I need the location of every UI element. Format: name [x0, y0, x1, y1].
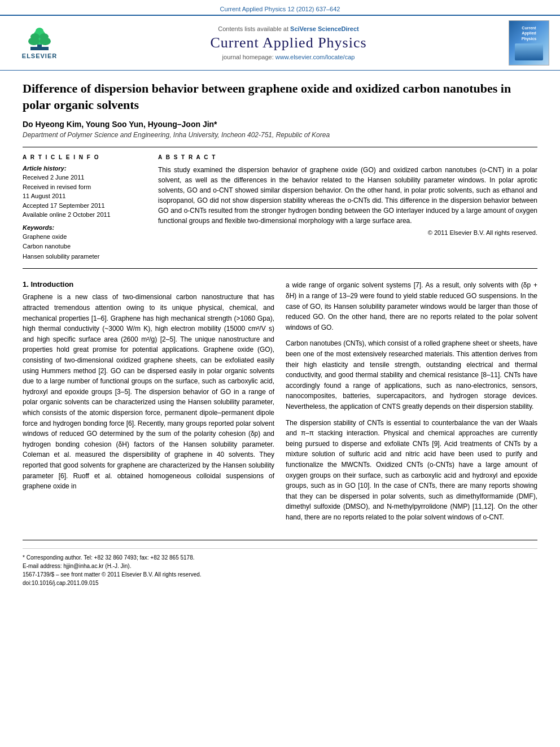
abstract-text: This study examined the dispersion behav…	[158, 165, 537, 226]
authors: Do Hyeong Kim, Young Soo Yun, Hyoung–Joo…	[23, 120, 537, 129]
copyright: © 2011 Elsevier B.V. All rights reserved…	[158, 229, 537, 236]
abstract-header: A B S T R A C T	[158, 154, 537, 160]
article-info: A R T I C L E I N F O Article history: R…	[23, 154, 147, 261]
keyword-2: Carbon nanotube	[23, 242, 147, 252]
main-content: Difference of dispersion behavior betwee…	[0, 71, 560, 599]
page: Current Applied Physics 12 (2012) 637–64…	[0, 0, 560, 747]
footer-footnote: * Corresponding author. Tel: +82 32 860 …	[23, 553, 537, 570]
header-right: CurrentAppliedPhysics	[504, 20, 554, 65]
info-abstract-section: A R T I C L E I N F O Article history: R…	[23, 147, 537, 269]
svg-rect-8	[30, 47, 49, 50]
journal-homepage: journal homepage: www.elsevier.com/locat…	[73, 54, 504, 60]
right-column: a wide range of organic solvent systems …	[286, 280, 537, 528]
footer-issn: 1567-1739/$ – see front matter © 2011 El…	[23, 570, 537, 587]
affiliation: Department of Polymer Science and Engine…	[23, 131, 537, 139]
intro-paragraph-4: The dispersion stability of CNTs is esse…	[286, 418, 537, 523]
sciverse-link[interactable]: SciVerse ScienceDirect	[290, 25, 359, 32]
svg-point-7	[36, 28, 43, 34]
footer: * Corresponding author. Tel: +82 32 860 …	[23, 540, 537, 587]
article-dates: Received 2 June 2011 Received in revised…	[23, 173, 147, 220]
article-title: Difference of dispersion behavior betwee…	[23, 81, 537, 113]
sciverse-line: Contents lists available at SciVerse Sci…	[73, 25, 504, 32]
journal-header: ELSEVIER Contents lists available at Sci…	[0, 15, 560, 71]
intro-paragraph-2: a wide range of organic solvent systems …	[286, 280, 537, 333]
intro-paragraph-3: Carbon nanotubes (CNTs), which consist o…	[286, 338, 537, 412]
svg-point-6	[40, 33, 49, 40]
homepage-link[interactable]: www.elsevier.com/locate/cap	[275, 54, 355, 60]
keywords-label: Keywords:	[23, 224, 147, 231]
elsevier-logo: ELSEVIER	[8, 23, 71, 63]
svg-point-5	[30, 33, 40, 40]
email-label: E-mail address:	[23, 563, 62, 569]
keyword-1: Graphene oxide	[23, 232, 147, 242]
article-info-header: A R T I C L E I N F O	[23, 154, 147, 160]
elsevier-tree-icon	[23, 27, 56, 51]
journal-cover-thumbnail: CurrentAppliedPhysics	[509, 20, 549, 65]
intro-paragraph-1: Graphene is a new class of two-dimension…	[23, 292, 274, 491]
history-label: Article history:	[23, 165, 147, 172]
abstract-section: A B S T R A C T This study examined the …	[158, 154, 537, 261]
elsevier-label: ELSEVIER	[22, 53, 57, 59]
journal-title: Current Applied Physics	[73, 34, 504, 51]
intro-heading: 1. Introduction	[23, 280, 274, 289]
header-left: ELSEVIER	[6, 23, 73, 63]
header-center: Contents lists available at SciVerse Sci…	[73, 25, 504, 60]
body-columns: 1. Introduction Graphene is a new class …	[23, 280, 537, 528]
left-column: 1. Introduction Graphene is a new class …	[23, 280, 274, 528]
keyword-3: Hansen solubility parameter	[23, 252, 147, 262]
journal-reference: Current Applied Physics 12 (2012) 637–64…	[0, 0, 560, 15]
email-address: hjjin@inha.ac.kr (H.-J. Jin).	[63, 563, 131, 569]
